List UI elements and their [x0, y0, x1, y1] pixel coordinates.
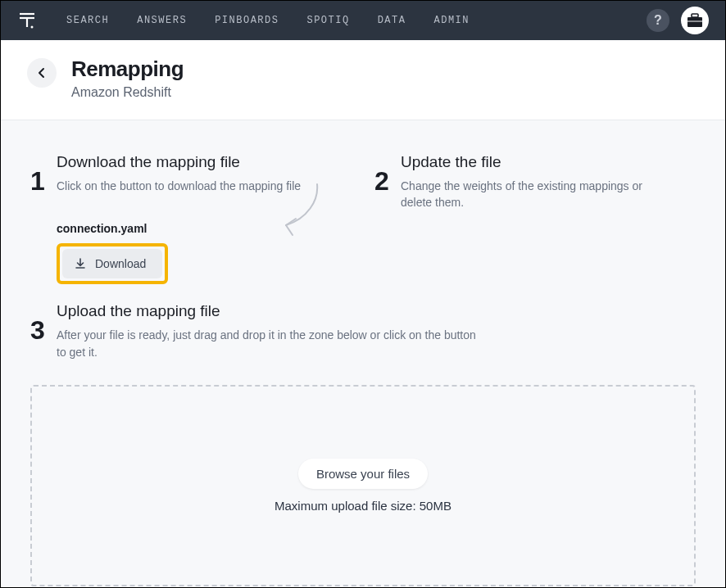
logo-icon[interactable]	[17, 11, 37, 30]
avatar[interactable]	[681, 7, 709, 34]
upload-dropzone[interactable]: Browse your files Maximum upload file si…	[30, 385, 696, 586]
help-icon[interactable]: ?	[647, 9, 669, 32]
step-3-desc: After your file is ready, just drag and …	[57, 327, 483, 360]
download-highlight: Download	[57, 243, 168, 284]
max-file-size-text: Maximum upload file size: 50MB	[275, 499, 451, 513]
download-button[interactable]: Download	[62, 249, 162, 278]
svg-rect-5	[692, 14, 698, 17]
step-2: 2 Update the file Change the weights of …	[374, 153, 696, 284]
nav-spotiq[interactable]: SPOTIQ	[306, 15, 349, 26]
page-header: Remapping Amazon Redshift	[1, 40, 725, 120]
steps-row-top: 1 Download the mapping file Click on the…	[30, 153, 696, 284]
nav-items: SEARCH ANSWERS PINBOARDS SPOTIQ DATA ADM…	[66, 15, 647, 26]
top-nav: SEARCH ANSWERS PINBOARDS SPOTIQ DATA ADM…	[1, 1, 725, 40]
step-3-number: 3	[30, 317, 47, 360]
briefcase-icon	[687, 13, 703, 28]
svg-point-3	[31, 26, 34, 29]
main-content: 1 Download the mapping file Click on the…	[1, 120, 725, 588]
page-subtitle: Amazon Redshift	[71, 85, 184, 100]
chevron-left-icon	[37, 67, 47, 79]
nav-data[interactable]: DATA	[378, 15, 406, 26]
step-2-desc: Change the weights of the existing mappi…	[401, 178, 655, 211]
nav-search[interactable]: SEARCH	[66, 15, 109, 26]
step-3: 3 Upload the mapping file After your fil…	[30, 302, 696, 360]
step-1-number: 1	[30, 168, 47, 284]
nav-right: ?	[647, 7, 709, 34]
browse-files-button[interactable]: Browse your files	[298, 459, 428, 489]
download-button-label: Download	[95, 257, 146, 270]
nav-admin[interactable]: ADMIN	[433, 15, 470, 26]
step-2-title: Update the file	[401, 153, 696, 171]
step-1-title: Download the mapping file	[57, 153, 325, 171]
step-3-title: Upload the mapping file	[57, 302, 696, 320]
download-icon	[74, 257, 87, 270]
nav-answers[interactable]: ANSWERS	[137, 15, 187, 26]
back-button[interactable]	[27, 58, 57, 88]
nav-pinboards[interactable]: PINBOARDS	[215, 15, 279, 26]
step-2-number: 2	[374, 168, 391, 284]
svg-rect-4	[687, 17, 702, 27]
page-title: Remapping	[71, 57, 184, 82]
arrow-illustration	[268, 178, 334, 243]
